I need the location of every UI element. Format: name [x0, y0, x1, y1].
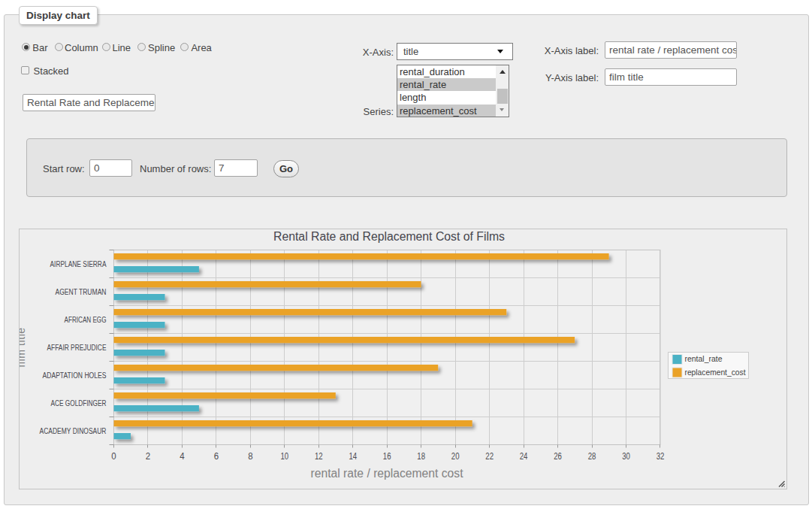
svg-text:ADAPTATION HOLES: ADAPTATION HOLES: [43, 371, 107, 380]
svg-text:32: 32: [657, 450, 665, 462]
svg-text:film title: film title: [20, 327, 27, 367]
svg-text:0: 0: [111, 450, 116, 462]
svg-text:30: 30: [622, 450, 630, 462]
svg-text:ACADEMY DINOSAUR: ACADEMY DINOSAUR: [40, 427, 107, 435]
svg-text:20: 20: [451, 450, 460, 462]
svg-text:26: 26: [554, 450, 562, 462]
svg-text:AIRPLANE SIERRA: AIRPLANE SIERRA: [50, 260, 107, 268]
svg-text:2: 2: [146, 450, 150, 462]
svg-text:24: 24: [520, 450, 528, 462]
svg-text:12: 12: [315, 450, 323, 462]
svg-text:replacement_cost: replacement_cost: [685, 368, 746, 377]
svg-text:AFFAIR PREJUDICE: AFFAIR PREJUDICE: [47, 344, 107, 352]
svg-text:16: 16: [383, 450, 391, 462]
svg-text:AFRICAN EGG: AFRICAN EGG: [65, 316, 107, 324]
svg-text:22: 22: [485, 450, 494, 462]
svg-text:AGENT TRUMAN: AGENT TRUMAN: [56, 288, 107, 296]
svg-text:rental rate / replacement cost: rental rate / replacement cost: [311, 467, 464, 480]
svg-text:28: 28: [588, 450, 596, 462]
svg-text:14: 14: [349, 450, 357, 462]
svg-text:8: 8: [248, 450, 252, 462]
svg-text:Rental Rate and Replacement Co: Rental Rate and Replacement Cost of Film…: [273, 230, 505, 243]
svg-text:4: 4: [180, 450, 185, 462]
svg-text:6: 6: [214, 450, 219, 462]
svg-text:18: 18: [417, 450, 425, 462]
svg-text:rental_rate: rental_rate: [685, 354, 723, 363]
svg-text:10: 10: [280, 450, 288, 462]
svg-text:ACE GOLDFINGER: ACE GOLDFINGER: [51, 399, 107, 407]
